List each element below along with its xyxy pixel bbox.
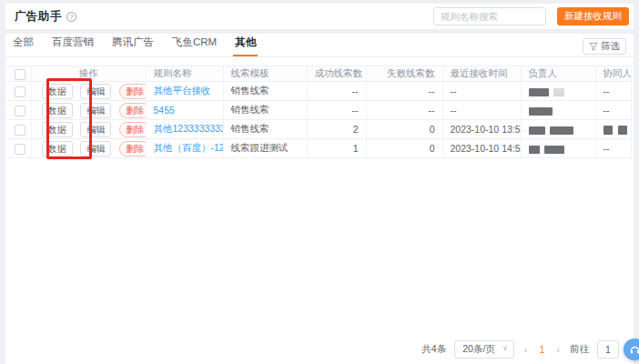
template-cell: 销售线索 xyxy=(223,82,307,101)
last-received-cell: -- xyxy=(442,82,521,101)
page-size-select[interactable]: 20条/页 ∨ xyxy=(454,340,514,359)
col-header-last-received: 最近接收时间 xyxy=(442,66,521,82)
fail-count-cell: 0 xyxy=(366,139,442,158)
owner-cell xyxy=(521,101,595,120)
edit-button[interactable]: 编辑 xyxy=(80,122,111,137)
rule-name-link[interactable]: 其他（百度）-1234 xyxy=(154,142,224,153)
template-cell: 销售线索 xyxy=(223,101,307,120)
success-count-cell: -- xyxy=(307,82,366,101)
collaborator-cell: -- xyxy=(595,139,631,158)
edit-button[interactable]: 编辑 xyxy=(80,141,111,157)
data-button[interactable]: 数据 xyxy=(42,122,73,137)
row-checkbox[interactable] xyxy=(15,125,25,136)
fail-count-cell: 0 xyxy=(366,120,442,139)
row-checkbox[interactable] xyxy=(15,144,25,155)
row-checkbox[interactable] xyxy=(15,106,25,116)
col-header-template: 线索模板 xyxy=(223,66,307,82)
filter-button-label: 筛选 xyxy=(601,40,620,53)
col-header-owner: 负责人 xyxy=(521,66,595,82)
data-button[interactable]: 数据 xyxy=(42,141,73,157)
rules-table: 操作 规则名称 线索模板 成功线索数 失败线索数 最近接收时间 负责人 协同人 … xyxy=(7,66,633,158)
template-cell: 销售线索 xyxy=(223,120,307,139)
col-header-actions: 操作 xyxy=(31,66,146,82)
header-actions: 新建接收规则 xyxy=(433,7,629,25)
row-checkbox[interactable] xyxy=(15,86,25,97)
top-header-bar: 广告助手 ? 新建接收规则 xyxy=(5,4,634,29)
tab-bar: 全部 百度营销 腾讯广告 飞鱼CRM 其他 筛选 xyxy=(5,34,634,57)
table-row: 数据 编辑 删除 其他（百度）-1234 线索跟进测试 1 0 2023-10-… xyxy=(7,139,631,158)
owner-cell xyxy=(521,139,595,158)
tab-all[interactable]: 全部 xyxy=(11,31,36,56)
success-count-cell: -- xyxy=(307,101,366,120)
table-row: 数据 编辑 删除 5455 销售线索 -- -- -- -- xyxy=(7,101,631,120)
page-size-value: 20条/页 xyxy=(462,343,495,354)
tab-baidu[interactable]: 百度营销 xyxy=(50,31,96,56)
collaborator-cell xyxy=(595,120,631,139)
tab-tencent[interactable]: 腾讯广告 xyxy=(110,31,156,56)
table-row: 数据 编辑 删除 其他平台接收 销售线索 -- -- -- -- xyxy=(7,82,631,101)
page-number-button[interactable]: 1 xyxy=(537,344,546,355)
rule-name-link[interactable]: 其他平台接收 xyxy=(154,85,211,96)
col-header-success-count: 成功线索数 xyxy=(307,66,366,82)
headset-icon xyxy=(629,344,639,356)
delete-button[interactable]: 删除 xyxy=(119,141,146,157)
goto-page-input[interactable] xyxy=(597,340,619,359)
template-cell: 线索跟进测试 xyxy=(223,139,307,158)
collaborator-cell: -- xyxy=(595,101,631,120)
total-count-label: 共4条 xyxy=(421,343,446,356)
page-title: 广告助手 xyxy=(15,9,62,25)
next-page-button[interactable]: › xyxy=(554,344,562,355)
tab-other[interactable]: 其他 xyxy=(233,31,258,56)
success-count-cell: 1 xyxy=(307,139,366,158)
delete-button[interactable]: 删除 xyxy=(119,84,146,99)
owner-cell xyxy=(521,120,595,139)
col-header-fail-count: 失败线索数 xyxy=(366,66,442,82)
data-button[interactable]: 数据 xyxy=(42,103,73,118)
create-rule-button[interactable]: 新建接收规则 xyxy=(557,7,629,25)
rule-name-link[interactable]: 5455 xyxy=(154,105,175,116)
filter-button[interactable]: 筛选 xyxy=(583,38,626,55)
delete-button[interactable]: 删除 xyxy=(119,103,146,118)
tab-feiyu-crm[interactable]: 飞鱼CRM xyxy=(170,31,218,56)
success-count-cell: 2 xyxy=(307,120,366,139)
col-header-collaborator: 协同人 xyxy=(595,66,631,82)
fail-count-cell: -- xyxy=(366,101,442,120)
chevron-down-icon: ∨ xyxy=(502,344,508,352)
prev-page-button[interactable]: ‹ xyxy=(522,344,530,355)
funnel-icon xyxy=(589,42,598,51)
owner-cell xyxy=(521,82,595,101)
edit-button[interactable]: 编辑 xyxy=(80,103,111,118)
col-header-rule-name: 规则名称 xyxy=(146,66,223,82)
last-received-cell: -- xyxy=(442,101,521,120)
last-received-cell: 2023-10-10 13:53 xyxy=(442,120,521,139)
customer-service-fab[interactable] xyxy=(624,339,639,360)
pagination: 共4条 20条/页 ∨ ‹ 1 › 前往 xyxy=(421,340,619,359)
rule-search-input[interactable] xyxy=(433,7,546,25)
table-row: 数据 编辑 删除 其他12333333333333... 销售线索 2 0 20… xyxy=(7,120,631,139)
goto-label: 前往 xyxy=(570,343,589,356)
table-header-row: 操作 规则名称 线索模板 成功线索数 失败线索数 最近接收时间 负责人 协同人 xyxy=(7,66,631,82)
fail-count-cell: -- xyxy=(366,82,442,101)
rule-name-link[interactable]: 其他12333333333333... xyxy=(154,123,224,134)
select-all-checkbox[interactable] xyxy=(15,69,25,80)
delete-button[interactable]: 删除 xyxy=(119,122,146,137)
collaborator-cell: -- xyxy=(595,82,631,101)
help-question-icon[interactable]: ? xyxy=(66,12,76,22)
main-panel: 全部 百度营销 腾讯广告 飞鱼CRM 其他 筛选 操作 规则名称 线索模板 成功… xyxy=(5,34,634,364)
last-received-cell: 2023-10-10 14:52 xyxy=(442,139,521,158)
data-button[interactable]: 数据 xyxy=(42,84,73,99)
edit-button[interactable]: 编辑 xyxy=(80,84,111,99)
